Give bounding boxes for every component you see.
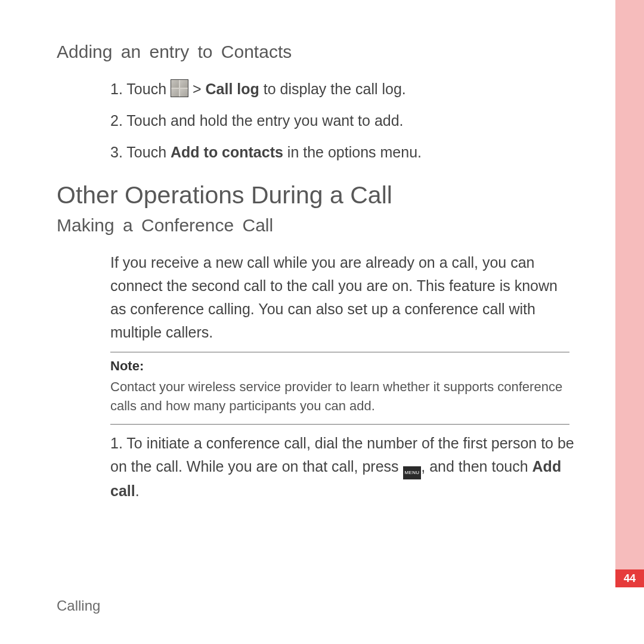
step3-prefix: 3. Touch — [110, 144, 171, 160]
note-box: Note: Contact your wireless service prov… — [110, 352, 569, 425]
conf-step1-b: , and then touch — [421, 458, 532, 475]
menu-button-icon: MENU — [403, 466, 422, 479]
note-text: Contact your wireless service provider t… — [110, 377, 569, 416]
steps-conference: 1. To initiate a conference call, dial t… — [57, 432, 575, 503]
step-2: 2. Touch and hold the entry you want to … — [110, 109, 575, 132]
conference-intro-paragraph: If you receive a new call while you are … — [110, 251, 575, 343]
note-label: Note: — [110, 358, 569, 374]
step3-bold: Add to contacts — [171, 144, 283, 160]
step1-gt: > — [188, 80, 206, 97]
subheading-conference-call: Making a Conference Call — [57, 215, 575, 236]
footer-chapter-label: Calling — [57, 597, 100, 614]
step3-suffix: in the options menu. — [283, 144, 422, 160]
conf-step-1: 1. To initiate a conference call, dial t… — [110, 432, 575, 503]
side-strip — [615, 0, 644, 584]
step1-suffix: to display the call log. — [259, 80, 406, 97]
step-1: 1. Touch > Call log to display the call … — [110, 78, 575, 101]
step-3: 3. Touch Add to contacts in the options … — [110, 141, 575, 164]
step1-prefix: 1. Touch — [110, 80, 171, 97]
subheading-adding-entry: Adding an entry to Contacts — [57, 42, 575, 62]
step1-bold: Call log — [206, 80, 259, 97]
page-content: Adding an entry to Contacts 1. Touch > C… — [57, 42, 575, 515]
heading-other-operations: Other Operations During a Call — [57, 181, 575, 209]
page-number-badge: 44 — [615, 569, 644, 587]
steps-adding-entry: 1. Touch > Call log to display the call … — [57, 78, 575, 163]
apps-grid-icon — [171, 79, 188, 97]
conf-step1-c: . — [135, 482, 140, 499]
